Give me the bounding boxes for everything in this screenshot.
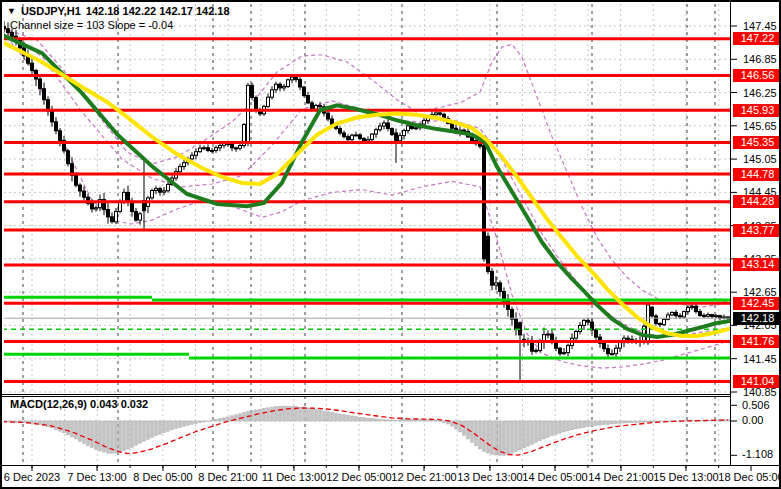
time-axis-label: 7 Dec 13:00	[67, 471, 126, 483]
price-level-badge: 144.28	[733, 195, 781, 208]
time-axis-label: 8 Dec 21:00	[198, 471, 257, 483]
channel-info-label: Channel size = 103 Slope = -0.04	[10, 19, 173, 31]
chart-canvas[interactable]	[2, 2, 781, 489]
price-tick-label: 141.45	[743, 353, 777, 365]
time-axis-label: 6 Dec 2023	[4, 471, 60, 483]
chart-dropdown-arrow-button[interactable]: ▼	[7, 6, 16, 17]
price-level-badge: 143.77	[733, 224, 781, 237]
time-axis-label: 13 Dec 13:00	[457, 471, 522, 483]
price-tick-label: 147.45	[743, 20, 777, 32]
price-level-badge: 145.93	[733, 104, 781, 117]
price-tick-label: 145.05	[743, 153, 777, 165]
price-level-badge: 144.78	[733, 168, 781, 181]
price-level-badge: 146.56	[733, 69, 781, 82]
price-tick-label: 145.65	[743, 120, 777, 132]
price-level-badge: 145.35	[733, 136, 781, 149]
grid-lines	[4, 4, 730, 465]
time-axis-label: 8 Dec 05:00	[133, 471, 192, 483]
macd-indicator-label: MACD(12,26,9) 0.043 0.032	[10, 398, 148, 410]
time-axis-label: 14 Dec 21:00	[588, 471, 653, 483]
current-price-badge: 142.18	[733, 312, 781, 325]
ohlc-values-label: 142.18 142.22 142.17 142.18	[86, 5, 230, 17]
day-separator-lines	[23, 4, 715, 465]
macd-scale-min: -1.108	[742, 448, 773, 460]
time-axis-label: 14 Dec 05:00	[522, 471, 587, 483]
time-axis-label: 12 Dec 21:00	[391, 471, 456, 483]
price-level-badge: 141.04	[733, 375, 781, 388]
price-level-badge: 142.45	[733, 297, 781, 310]
symbol-period-label: USDJPY,H1	[21, 5, 81, 17]
time-axis-label: 15 Dec 13:00	[653, 471, 718, 483]
time-axis-label: 11 Dec 13:00	[262, 471, 327, 483]
price-tick-label: 146.85	[743, 53, 777, 65]
price-level-badge: 147.22	[733, 32, 781, 45]
chart-title-row: ▼ USDJPY,H1 142.18 142.22 142.17 142.18	[7, 5, 230, 17]
macd-scale-max: 0.506	[742, 399, 770, 411]
macd-scale-zero: 0.00	[742, 414, 763, 426]
chart-window: ▼ USDJPY,H1 142.18 142.22 142.17 142.18 …	[0, 0, 781, 489]
green-level-lines[interactable]	[2, 297, 730, 358]
price-level-badge: 143.14	[733, 258, 781, 271]
price-level-badge: 141.76	[733, 335, 781, 348]
price-tick-label: 146.25	[743, 87, 777, 99]
time-axis-label: 12 Dec 05:00	[326, 471, 391, 483]
time-axis-label: 18 Dec 05:00	[718, 471, 781, 483]
